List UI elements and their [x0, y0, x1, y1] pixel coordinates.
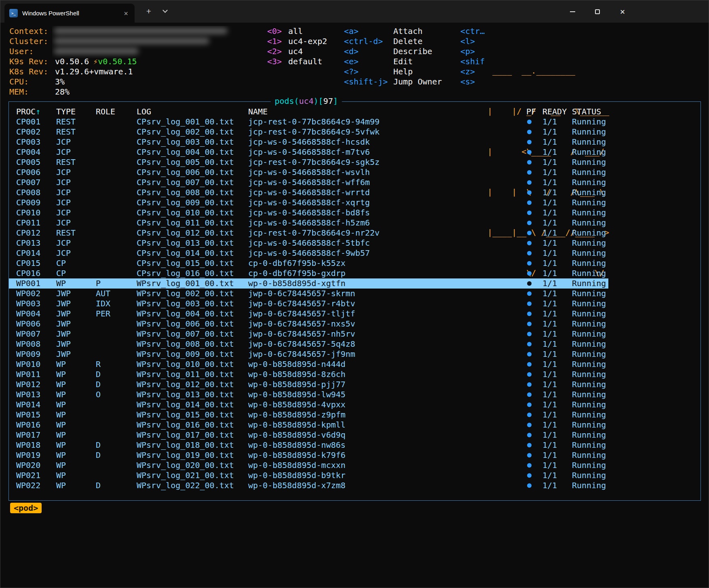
- table-row[interactable]: WP008 JWP WPsrv_log_008_00.txt jwp-0-6c7…: [9, 339, 608, 349]
- port-forward-dot-icon: [527, 332, 532, 336]
- col-header-proc[interactable]: PROC↑: [16, 107, 56, 117]
- table-row[interactable]: CP008 JCP CPsrv_log_008_00.txt jcp-ws-0-…: [9, 188, 608, 198]
- cell-pf: [526, 208, 542, 218]
- close-button[interactable]: ×: [610, 0, 635, 23]
- cell-proc: CP003: [16, 137, 56, 147]
- tab-close-icon[interactable]: ×: [122, 10, 130, 17]
- port-forward-dot-icon: [527, 392, 532, 397]
- port-forward-dot-icon: [527, 180, 532, 185]
- table-row[interactable]: CP009 JCP CPsrv_log_009_00.txt jcp-ws-0-…: [9, 198, 608, 208]
- table-row[interactable]: CP007 JCP CPsrv_log_007_00.txt jcp-ws-0-…: [9, 177, 608, 188]
- cell-name: wp-0-b858d895d-k79f6: [248, 450, 526, 460]
- table-row[interactable]: CP014 JCP CPsrv_log_014_00.txt jcp-ws-0-…: [9, 248, 608, 258]
- table-row[interactable]: CP003 JCP CPsrv_log_003_00.txt jcp-ws-0-…: [9, 137, 608, 147]
- table-row[interactable]: WP002 JWP AUT WPsrv_log_002_00.txt jwp-0…: [9, 289, 608, 299]
- table-row[interactable]: WP011 WP D WPsrv_log_011_00.txt wp-0-b85…: [9, 369, 608, 379]
- cell-log: CPsrv_log_016_00.txt: [137, 268, 248, 278]
- table-row[interactable]: WP017 WP WPsrv_log_017_00.txt wp-0-b858d…: [9, 430, 608, 440]
- cell-type: WP: [56, 359, 96, 369]
- table-row[interactable]: WP004 JWP PER WPsrv_log_004_00.txt jwp-0…: [9, 309, 608, 319]
- cell-proc: WP006: [16, 319, 56, 329]
- table-row[interactable]: CP012 REST CPsrv_log_012_00.txt jcp-rest…: [9, 228, 608, 238]
- cell-log: WPsrv_log_020_00.txt: [137, 460, 248, 470]
- cell-log: WPsrv_log_013_00.txt: [137, 390, 248, 400]
- table-row[interactable]: WP010 WP R WPsrv_log_010_00.txt wp-0-b85…: [9, 359, 608, 369]
- col-header-pf[interactable]: PF: [526, 107, 542, 117]
- table-row[interactable]: WP019 WP D WPsrv_log_019_00.txt wp-0-b85…: [9, 450, 608, 460]
- cell-log: CPsrv_log_013_00.txt: [137, 238, 248, 248]
- cell-status: Running: [572, 248, 608, 258]
- col-header-name[interactable]: NAME: [248, 107, 526, 117]
- table-row[interactable]: WP015 WP WPsrv_log_015_00.txt wp-0-b858d…: [9, 410, 608, 420]
- table-row[interactable]: WP009 JWP WPsrv_log_009_00.txt jwp-0-6c7…: [9, 349, 608, 359]
- minimize-button[interactable]: [560, 0, 585, 23]
- cell-status: Running: [572, 369, 608, 379]
- cell-proc: WP001: [16, 278, 56, 289]
- namespace-label: uc4: [288, 46, 303, 56]
- maximize-button[interactable]: [585, 0, 610, 23]
- info-value: v1.29.6+vmware.1: [55, 67, 133, 76]
- cell-log: CPsrv_log_009_00.txt: [137, 198, 248, 208]
- cell-pf: [526, 289, 542, 299]
- shortcut-key: <e>: [344, 57, 393, 67]
- table-row[interactable]: CP015 CP CPsrv_log_015_00.txt cp-0-dbf67…: [9, 258, 608, 268]
- cell-name: jcp-ws-0-54668588cf-wff6m: [248, 177, 526, 188]
- table-row[interactable]: CP001 REST CPsrv_log_001_00.txt jcp-rest…: [9, 117, 608, 127]
- table-row[interactable]: CP016 CP CPsrv_log_016_00.txt cp-0-dbf67…: [9, 268, 608, 278]
- table-row[interactable]: WP020 WP WPsrv_log_020_00.txt wp-0-b858d…: [9, 460, 608, 470]
- info-label: K9s Rev:: [9, 57, 55, 67]
- shortcut-key: <p>: [460, 46, 485, 57]
- powershell-tab[interactable]: >_ Windows PowerShell ×: [4, 4, 135, 23]
- cell-ready: 1/1: [542, 440, 572, 450]
- table-row[interactable]: WP003 JWP IDX WPsrv_log_003_00.txt jwp-0…: [9, 299, 608, 309]
- cell-ready: 1/1: [542, 299, 572, 309]
- table-row[interactable]: CP005 REST CPsrv_log_005_00.txt jcp-rest…: [9, 157, 608, 167]
- cell-name: cp-0-dbf67f95b-k55zx: [248, 258, 526, 268]
- table-row[interactable]: WP021 WP WPsrv_log_021_00.txt wp-0-b858d…: [9, 470, 608, 481]
- table-row[interactable]: CP006 JCP CPsrv_log_006_00.txt jcp-ws-0-…: [9, 167, 608, 177]
- cell-type: WP: [56, 481, 96, 491]
- cell-ready: 1/1: [542, 248, 572, 258]
- cell-type: REST: [56, 117, 96, 127]
- col-header-status[interactable]: STATUS: [572, 107, 608, 117]
- shortcut-key: <ctr…: [460, 26, 485, 36]
- cell-pf: [526, 359, 542, 369]
- col-header-type[interactable]: TYPE: [56, 107, 96, 117]
- cell-ready: 1/1: [542, 410, 572, 420]
- table-row[interactable]: CP010 JCP CPsrv_log_010_00.txt jcp-ws-0-…: [9, 208, 608, 218]
- cell-ready: 1/1: [542, 430, 572, 440]
- col-header-ready[interactable]: READY: [542, 107, 572, 117]
- table-row[interactable]: WP018 WP D WPsrv_log_018_00.txt wp-0-b85…: [9, 440, 608, 450]
- port-forward-dot-icon: [527, 221, 532, 225]
- cell-pf: [526, 481, 542, 491]
- info-value: 3%: [55, 77, 65, 86]
- cell-pf: [526, 440, 542, 450]
- table-row[interactable]: WP012 WP D WPsrv_log_012_00.txt wp-0-b85…: [9, 379, 608, 390]
- table-row[interactable]: WP014 WP WPsrv_log_014_00.txt wp-0-b858d…: [9, 400, 608, 410]
- table-row[interactable]: CP013 JCP CPsrv_log_013_00.txt jcp-ws-0-…: [9, 238, 608, 248]
- table-row[interactable]: WP006 JWP WPsrv_log_006_00.txt jwp-0-6c7…: [9, 319, 608, 329]
- tab-dropdown-button[interactable]: [159, 6, 171, 18]
- cell-name: wp-0-b858d895d-4vpxx: [248, 400, 526, 410]
- table-row[interactable]: WP013 WP O WPsrv_log_013_00.txt wp-0-b85…: [9, 390, 608, 400]
- shortcut-key: <ctrl-d>: [344, 36, 393, 46]
- shortcut-item: <shift-j>Jump Owner: [344, 77, 442, 87]
- table-row[interactable]: CP004 JCP CPsrv_log_004_00.txt jcp-ws-0-…: [9, 147, 608, 157]
- col-header-role[interactable]: ROLE: [96, 107, 137, 117]
- cell-pf: [526, 268, 542, 278]
- new-tab-button[interactable]: +: [143, 6, 155, 18]
- sort-arrow-icon: ↑: [36, 107, 40, 116]
- cell-role: [96, 228, 137, 238]
- table-row[interactable]: CP002 REST CPsrv_log_002_00.txt jcp-rest…: [9, 127, 608, 137]
- cell-status: Running: [572, 309, 608, 319]
- col-header-log[interactable]: LOG: [137, 107, 248, 117]
- namespace-hotkey: <2>: [267, 46, 288, 57]
- table-row[interactable]: WP016 WP WPsrv_log_016_00.txt wp-0-b858d…: [9, 420, 608, 430]
- table-row[interactable]: CP011 JCP CPsrv_log_011_00.txt jcp-ws-0-…: [9, 218, 608, 228]
- table-row[interactable]: WP007 JWP WPsrv_log_007_00.txt jwp-0-6c7…: [9, 329, 608, 339]
- cell-type: JWP: [56, 319, 96, 329]
- table-row[interactable]: WP001 WP P WPsrv_log_001_00.txt wp-0-b85…: [9, 278, 608, 289]
- table-row[interactable]: WP022 WP D WPsrv_log_022_00.txt wp-0-b85…: [9, 481, 608, 491]
- port-forward-dot-icon: [527, 301, 532, 306]
- logo-line: ____ __.________: [487, 66, 609, 76]
